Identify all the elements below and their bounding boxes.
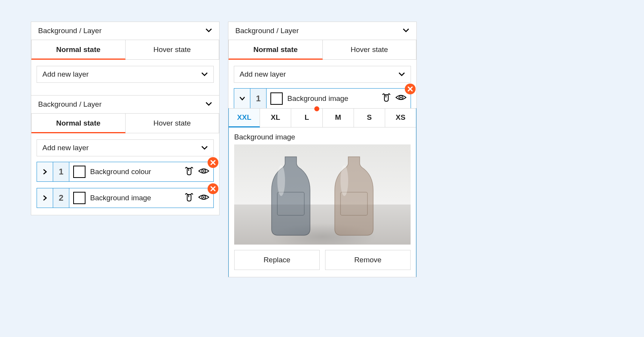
chevron-down-icon: [201, 70, 208, 79]
tab-label: Hover state: [153, 119, 191, 127]
section-title: Background / Layer: [38, 27, 102, 35]
breakpoint-tab-s[interactable]: S: [354, 109, 385, 127]
section-title: Background / Layer: [38, 100, 102, 109]
add-layer-select[interactable]: Add new layer: [234, 66, 411, 83]
section-header-2[interactable]: Background / Layer: [31, 95, 219, 114]
tab-label: Hover state: [351, 45, 388, 54]
remove-button[interactable]: Remove: [325, 250, 411, 270]
chevron-down-icon: [398, 70, 405, 79]
section-title: Background / Layer: [235, 27, 299, 35]
state-tabs-2: Normal state Hover state: [31, 114, 219, 133]
expand-chevron-icon[interactable]: [37, 188, 53, 208]
left-panel: Background / Layer Normal state Hover st…: [31, 22, 220, 215]
tab-label: Normal state: [56, 119, 101, 127]
breakpoint-tabs: XXLXLLMSXS: [229, 108, 416, 127]
layer-row-colour[interactable]: 1 Background colour: [37, 162, 214, 182]
svg-point-7: [277, 165, 285, 196]
visibility-icon[interactable]: [395, 93, 407, 104]
layer-label: Background colour: [90, 168, 183, 176]
tab-hover-state[interactable]: Hover state: [323, 40, 417, 60]
breakpoint-tab-xl[interactable]: XL: [260, 109, 291, 127]
tab-label: Hover state: [153, 45, 191, 54]
tab-label: Normal state: [56, 45, 101, 54]
svg-point-3: [203, 196, 205, 198]
replace-button[interactable]: Replace: [234, 250, 320, 270]
right-panel: Background / Layer Normal state Hover st…: [228, 22, 417, 277]
visibility-icon[interactable]: [198, 167, 210, 177]
chevron-down-icon[interactable]: [205, 27, 212, 34]
preview-glyph: [325, 154, 383, 238]
chevron-down-icon[interactable]: [402, 27, 409, 34]
close-icon[interactable]: [208, 157, 218, 168]
breakpoint-tab-xxl[interactable]: XXL: [229, 109, 260, 127]
close-icon[interactable]: [208, 183, 218, 194]
close-icon[interactable]: [405, 84, 416, 94]
image-thumb[interactable]: [270, 92, 283, 105]
collapse-chevron-icon[interactable]: [234, 89, 250, 108]
layer-index: 1: [53, 162, 69, 181]
add-layer-select-2[interactable]: Add new layer: [37, 139, 214, 156]
layer-row-image[interactable]: 2 Background image: [37, 188, 214, 208]
layer-row-image-expanded[interactable]: 1 Background image: [234, 88, 411, 108]
visibility-icon[interactable]: [198, 193, 210, 203]
state-tabs: Normal state Hover state: [31, 40, 219, 60]
breakpoint-tab-m[interactable]: M: [323, 109, 354, 127]
expand-chevron-icon[interactable]: [37, 162, 53, 181]
drag-icon[interactable]: [183, 192, 195, 205]
layer-label: Background image: [90, 194, 183, 202]
tab-normal-state[interactable]: Normal state: [31, 40, 126, 60]
tab-normal-state[interactable]: Normal state: [31, 114, 126, 133]
image-preview: [234, 144, 411, 245]
add-layer-label: Add new layer: [240, 70, 286, 79]
breakpoint-tab-l[interactable]: L: [291, 109, 322, 127]
chevron-down-icon: [201, 144, 208, 152]
drag-icon[interactable]: [183, 166, 195, 178]
state-tabs: Normal state Hover state: [228, 40, 416, 60]
indicator-dot-icon: [314, 106, 319, 111]
button-label: Remove: [354, 256, 382, 264]
tab-label: Normal state: [253, 45, 298, 54]
layer-index: 1: [250, 89, 267, 108]
section-header-1[interactable]: Background / Layer: [31, 22, 219, 40]
section-header[interactable]: Background / Layer: [228, 22, 416, 40]
add-layer-label: Add new layer: [42, 70, 89, 79]
svg-point-9: [340, 165, 348, 196]
layer-expanded-body: XXLXLLMSXS Background image: [228, 108, 416, 277]
chevron-down-icon[interactable]: [205, 101, 212, 108]
tab-hover-state[interactable]: Hover state: [126, 40, 220, 60]
button-label: Replace: [263, 256, 290, 264]
layer-label: Background image: [287, 94, 381, 103]
add-layer-label: Add new layer: [42, 144, 89, 152]
breakpoint-tab-xs[interactable]: XS: [385, 109, 416, 127]
preview-glyph: [262, 154, 320, 238]
image-thumb[interactable]: [73, 192, 86, 204]
add-layer-select[interactable]: Add new layer: [37, 66, 214, 83]
svg-point-5: [400, 97, 402, 98]
background-image-heading: Background image: [234, 133, 411, 141]
layer-index: 2: [53, 188, 69, 208]
tab-normal-state[interactable]: Normal state: [228, 40, 323, 60]
svg-point-1: [203, 170, 205, 172]
colour-swatch[interactable]: [73, 166, 86, 178]
drag-icon[interactable]: [381, 92, 392, 105]
tab-hover-state[interactable]: Hover state: [126, 114, 220, 133]
